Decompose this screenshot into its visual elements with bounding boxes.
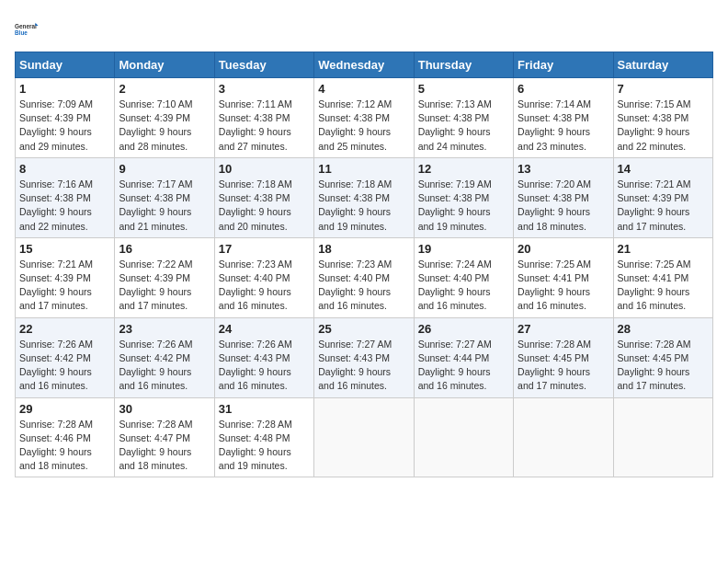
day-number: 4 [318,82,409,96]
day-info: Sunrise: 7:10 AM Sunset: 4:39 PM Dayligh… [119,98,210,154]
calendar-week-3: 15Sunrise: 7:21 AM Sunset: 4:39 PM Dayli… [16,237,713,317]
day-number: 16 [119,242,210,256]
svg-text:General: General [15,23,37,29]
calendar-cell: 31Sunrise: 7:28 AM Sunset: 4:48 PM Dayli… [214,397,313,477]
day-number: 17 [219,242,310,256]
day-info: Sunrise: 7:21 AM Sunset: 4:39 PM Dayligh… [19,258,110,314]
day-info: Sunrise: 7:20 AM Sunset: 4:38 PM Dayligh… [518,178,609,234]
header-saturday: Saturday [613,52,712,78]
calendar-week-2: 8Sunrise: 7:16 AM Sunset: 4:38 PM Daylig… [16,157,713,237]
day-number: 10 [219,162,310,176]
day-number: 15 [19,242,110,256]
day-number: 31 [219,402,310,416]
calendar-cell: 30Sunrise: 7:28 AM Sunset: 4:47 PM Dayli… [115,397,214,477]
calendar-cell: 8Sunrise: 7:16 AM Sunset: 4:38 PM Daylig… [16,157,115,237]
day-number: 13 [518,162,609,176]
day-info: Sunrise: 7:18 AM Sunset: 4:38 PM Dayligh… [318,178,409,234]
calendar-cell: 13Sunrise: 7:20 AM Sunset: 4:38 PM Dayli… [514,157,613,237]
calendar-cell: 21Sunrise: 7:25 AM Sunset: 4:41 PM Dayli… [613,237,712,317]
svg-text:Blue: Blue [15,29,28,36]
day-number: 30 [119,402,210,416]
calendar-cell: 9Sunrise: 7:17 AM Sunset: 4:38 PM Daylig… [115,157,214,237]
calendar-cell: 5Sunrise: 7:13 AM Sunset: 4:38 PM Daylig… [414,78,513,158]
day-info: Sunrise: 7:13 AM Sunset: 4:38 PM Dayligh… [418,98,509,154]
day-info: Sunrise: 7:28 AM Sunset: 4:45 PM Dayligh… [518,338,609,394]
header-wednesday: Wednesday [314,52,414,78]
day-info: Sunrise: 7:28 AM Sunset: 4:48 PM Dayligh… [219,418,310,474]
day-info: Sunrise: 7:24 AM Sunset: 4:40 PM Dayligh… [418,258,509,314]
day-info: Sunrise: 7:19 AM Sunset: 4:38 PM Dayligh… [418,178,509,234]
day-number: 29 [19,402,110,416]
day-info: Sunrise: 7:25 AM Sunset: 4:41 PM Dayligh… [618,258,709,314]
day-info: Sunrise: 7:28 AM Sunset: 4:45 PM Dayligh… [618,338,709,394]
day-number: 19 [418,242,509,256]
day-number: 26 [418,322,509,336]
calendar-cell: 26Sunrise: 7:27 AM Sunset: 4:44 PM Dayli… [414,317,513,397]
calendar-cell: 15Sunrise: 7:21 AM Sunset: 4:39 PM Dayli… [16,237,115,317]
calendar-week-1: 1Sunrise: 7:09 AM Sunset: 4:39 PM Daylig… [16,78,713,158]
calendar-cell: 29Sunrise: 7:28 AM Sunset: 4:46 PM Dayli… [16,397,115,477]
day-info: Sunrise: 7:27 AM Sunset: 4:43 PM Dayligh… [318,338,409,394]
day-number: 6 [518,82,609,96]
calendar-cell [414,397,513,477]
day-info: Sunrise: 7:26 AM Sunset: 4:42 PM Dayligh… [19,338,110,394]
day-info: Sunrise: 7:26 AM Sunset: 4:43 PM Dayligh… [219,338,310,394]
page-header: GeneralBlue [15,15,713,44]
calendar-cell: 6Sunrise: 7:14 AM Sunset: 4:38 PM Daylig… [514,78,613,158]
day-number: 28 [618,322,709,336]
calendar-cell: 10Sunrise: 7:18 AM Sunset: 4:38 PM Dayli… [214,157,313,237]
day-info: Sunrise: 7:11 AM Sunset: 4:38 PM Dayligh… [219,98,310,154]
day-number: 2 [119,82,210,96]
day-number: 24 [219,322,310,336]
day-number: 3 [219,82,310,96]
day-number: 12 [418,162,509,176]
day-info: Sunrise: 7:09 AM Sunset: 4:39 PM Dayligh… [19,98,110,154]
calendar-cell: 16Sunrise: 7:22 AM Sunset: 4:39 PM Dayli… [115,237,214,317]
calendar-cell: 4Sunrise: 7:12 AM Sunset: 4:38 PM Daylig… [314,78,414,158]
calendar-cell: 12Sunrise: 7:19 AM Sunset: 4:38 PM Dayli… [414,157,513,237]
calendar-cell: 28Sunrise: 7:28 AM Sunset: 4:45 PM Dayli… [613,317,712,397]
calendar-cell: 1Sunrise: 7:09 AM Sunset: 4:39 PM Daylig… [16,78,115,158]
calendar-cell: 24Sunrise: 7:26 AM Sunset: 4:43 PM Dayli… [214,317,313,397]
day-info: Sunrise: 7:28 AM Sunset: 4:47 PM Dayligh… [119,418,210,474]
calendar-cell [314,397,414,477]
calendar-cell [514,397,613,477]
day-number: 8 [19,162,110,176]
calendar-cell [613,397,712,477]
day-info: Sunrise: 7:12 AM Sunset: 4:38 PM Dayligh… [318,98,409,154]
day-info: Sunrise: 7:21 AM Sunset: 4:39 PM Dayligh… [618,178,709,234]
day-number: 1 [19,82,110,96]
day-info: Sunrise: 7:16 AM Sunset: 4:38 PM Dayligh… [19,178,110,234]
calendar-header-row: SundayMondayTuesdayWednesdayThursdayFrid… [16,52,713,78]
logo-icon: GeneralBlue [15,15,44,44]
header-friday: Friday [514,52,613,78]
calendar-cell: 27Sunrise: 7:28 AM Sunset: 4:45 PM Dayli… [514,317,613,397]
day-number: 5 [418,82,509,96]
day-info: Sunrise: 7:26 AM Sunset: 4:42 PM Dayligh… [119,338,210,394]
calendar-cell: 2Sunrise: 7:10 AM Sunset: 4:39 PM Daylig… [115,78,214,158]
day-number: 23 [119,322,210,336]
calendar-week-4: 22Sunrise: 7:26 AM Sunset: 4:42 PM Dayli… [16,317,713,397]
day-info: Sunrise: 7:14 AM Sunset: 4:38 PM Dayligh… [518,98,609,154]
day-info: Sunrise: 7:23 AM Sunset: 4:40 PM Dayligh… [318,258,409,314]
day-info: Sunrise: 7:18 AM Sunset: 4:38 PM Dayligh… [219,178,310,234]
day-info: Sunrise: 7:27 AM Sunset: 4:44 PM Dayligh… [418,338,509,394]
day-number: 21 [618,242,709,256]
day-number: 20 [518,242,609,256]
calendar-cell: 22Sunrise: 7:26 AM Sunset: 4:42 PM Dayli… [16,317,115,397]
header-tuesday: Tuesday [214,52,313,78]
calendar-cell: 25Sunrise: 7:27 AM Sunset: 4:43 PM Dayli… [314,317,414,397]
calendar-cell: 7Sunrise: 7:15 AM Sunset: 4:38 PM Daylig… [613,78,712,158]
day-number: 7 [618,82,709,96]
calendar-cell: 19Sunrise: 7:24 AM Sunset: 4:40 PM Dayli… [414,237,513,317]
day-info: Sunrise: 7:23 AM Sunset: 4:40 PM Dayligh… [219,258,310,314]
day-number: 25 [318,322,409,336]
calendar-cell: 18Sunrise: 7:23 AM Sunset: 4:40 PM Dayli… [314,237,414,317]
day-info: Sunrise: 7:25 AM Sunset: 4:41 PM Dayligh… [518,258,609,314]
day-number: 11 [318,162,409,176]
calendar-table: SundayMondayTuesdayWednesdayThursdayFrid… [15,52,713,477]
calendar-cell: 3Sunrise: 7:11 AM Sunset: 4:38 PM Daylig… [214,78,313,158]
calendar-cell: 11Sunrise: 7:18 AM Sunset: 4:38 PM Dayli… [314,157,414,237]
day-number: 18 [318,242,409,256]
day-info: Sunrise: 7:15 AM Sunset: 4:38 PM Dayligh… [618,98,709,154]
